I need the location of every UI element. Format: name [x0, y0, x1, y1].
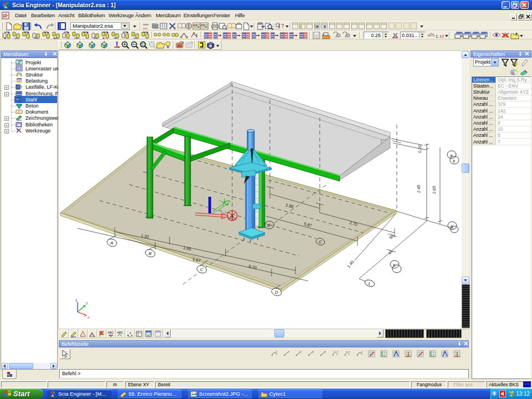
- svg-text:a: a: [450, 153, 452, 158]
- svg-text:y: y: [174, 26, 176, 30]
- svg-text:C: C: [200, 267, 203, 272]
- svg-text:B: B: [267, 223, 270, 228]
- svg-text:1.10: 1.10: [436, 34, 444, 39]
- svg-text:A: A: [110, 241, 113, 245]
- svg-text:mm: mm: [143, 23, 149, 26]
- svg-text:z: z: [75, 298, 77, 302]
- svg-text:2.65: 2.65: [432, 186, 437, 194]
- svg-text:C: C: [319, 239, 322, 244]
- svg-text:A: A: [229, 213, 233, 219]
- svg-text:ABC: ABC: [108, 331, 114, 334]
- svg-text:?: ?: [281, 23, 284, 29]
- svg-text:0.20: 0.20: [417, 145, 422, 153]
- svg-text:cm: cm: [143, 27, 147, 30]
- svg-text:D: D: [275, 290, 278, 295]
- svg-text:b: b: [393, 263, 395, 268]
- svg-text:ABC: ABC: [117, 331, 123, 334]
- svg-text:b: b: [453, 158, 455, 163]
- svg-text:B: B: [149, 251, 152, 256]
- svg-text:I: I: [278, 23, 280, 29]
- svg-text:1: 1: [368, 281, 370, 286]
- svg-text:2.45: 2.45: [416, 185, 421, 193]
- svg-text:b: b: [451, 224, 453, 229]
